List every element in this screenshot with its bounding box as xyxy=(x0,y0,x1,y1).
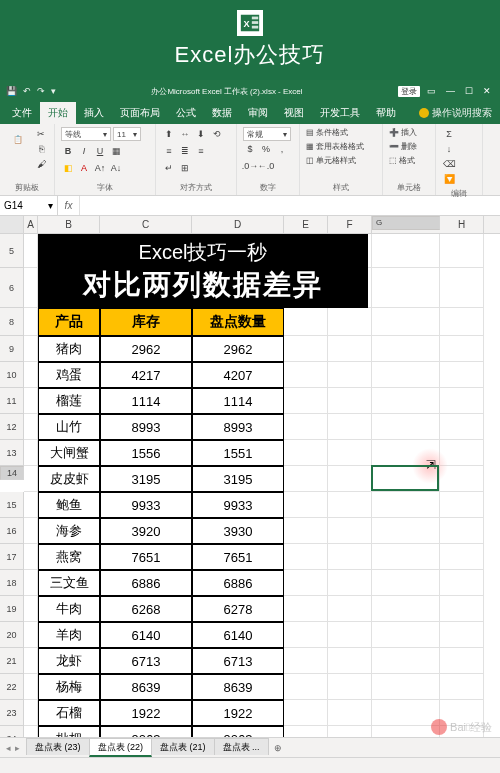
cell[interactable] xyxy=(24,622,38,648)
cell[interactable] xyxy=(328,466,372,492)
cell[interactable]: 7651 xyxy=(192,544,284,570)
tab-formulas[interactable]: 公式 xyxy=(168,102,204,124)
cell[interactable]: 杨梅 xyxy=(38,674,100,700)
cell[interactable] xyxy=(328,336,372,362)
copy-icon[interactable]: ⎘ xyxy=(34,142,48,156)
col-G[interactable]: G xyxy=(372,216,440,230)
font-color-icon[interactable]: A xyxy=(77,161,91,175)
autosum-icon[interactable]: Σ xyxy=(442,127,456,141)
cell[interactable]: 库存 xyxy=(100,308,192,336)
cell[interactable]: 4207 xyxy=(192,362,284,388)
row-header-5[interactable]: 5 xyxy=(0,234,24,268)
cell[interactable] xyxy=(372,492,440,518)
cell[interactable] xyxy=(328,518,372,544)
row-header-17[interactable]: 17 xyxy=(0,544,24,570)
cell[interactable] xyxy=(372,440,440,466)
format-painter-icon[interactable]: 🖌 xyxy=(34,157,48,171)
cell[interactable] xyxy=(328,388,372,414)
cell[interactable] xyxy=(372,648,440,674)
cell[interactable] xyxy=(328,674,372,700)
cell[interactable] xyxy=(24,648,38,674)
cell[interactable]: 3195 xyxy=(192,466,284,492)
add-sheet-button[interactable]: ⊕ xyxy=(268,740,288,756)
cell[interactable]: 3930 xyxy=(192,518,284,544)
delete-cells-button[interactable]: ➖删除 xyxy=(389,141,417,152)
cell[interactable] xyxy=(372,336,440,362)
bold-icon[interactable]: B xyxy=(61,144,75,158)
cell[interactable] xyxy=(372,466,440,492)
font-size-select[interactable]: 11▾ xyxy=(113,127,141,141)
cell[interactable]: 盘点数量 xyxy=(192,308,284,336)
tab-file[interactable]: 文件 xyxy=(4,102,40,124)
row-header-21[interactable]: 21 xyxy=(0,648,24,674)
col-E[interactable]: E xyxy=(284,216,328,233)
row-header-16[interactable]: 16 xyxy=(0,518,24,544)
cell[interactable]: 鲍鱼 xyxy=(38,492,100,518)
row-header-20[interactable]: 20 xyxy=(0,622,24,648)
cell[interactable] xyxy=(328,544,372,570)
wrap-text-icon[interactable]: ↵ xyxy=(162,161,176,175)
name-box[interactable]: G14▾ xyxy=(0,196,58,215)
tab-data[interactable]: 数据 xyxy=(204,102,240,124)
decrease-font-icon[interactable]: A↓ xyxy=(109,161,123,175)
row-header-8[interactable]: 8 xyxy=(0,308,24,336)
select-all-corner[interactable] xyxy=(0,216,24,233)
cell[interactable] xyxy=(328,596,372,622)
cell[interactable] xyxy=(24,570,38,596)
cell[interactable]: 3195 xyxy=(100,466,192,492)
cell[interactable] xyxy=(440,674,484,700)
row-header-14[interactable]: 14 xyxy=(0,466,24,480)
cell[interactable] xyxy=(440,466,484,492)
cell[interactable] xyxy=(284,414,328,440)
cell[interactable] xyxy=(24,414,38,440)
login-button[interactable]: 登录 xyxy=(398,86,420,97)
format-cells-button[interactable]: ⬚格式 xyxy=(389,155,415,166)
row-header-23[interactable]: 23 xyxy=(0,700,24,726)
cell[interactable] xyxy=(328,362,372,388)
align-center-icon[interactable]: ≣ xyxy=(178,144,192,158)
ribbon-options-icon[interactable]: ▭ xyxy=(424,86,439,96)
sheet-tab[interactable]: 盘点表 (22) xyxy=(89,738,153,757)
cell[interactable] xyxy=(372,622,440,648)
cell[interactable]: 1114 xyxy=(100,388,192,414)
cell[interactable] xyxy=(24,492,38,518)
cell[interactable]: 6140 xyxy=(192,622,284,648)
cell[interactable]: 猪肉 xyxy=(38,336,100,362)
cell[interactable] xyxy=(284,466,328,492)
percent-icon[interactable]: % xyxy=(259,142,273,156)
cell[interactable]: 牛肉 xyxy=(38,596,100,622)
cell[interactable] xyxy=(328,622,372,648)
cell[interactable] xyxy=(24,518,38,544)
row-header-11[interactable]: 11 xyxy=(0,388,24,414)
cell[interactable] xyxy=(284,308,328,336)
col-F[interactable]: F xyxy=(328,216,372,233)
cell[interactable] xyxy=(24,440,38,466)
cell[interactable] xyxy=(24,336,38,362)
row-header-12[interactable]: 12 xyxy=(0,414,24,440)
cell[interactable] xyxy=(372,308,440,336)
cell[interactable] xyxy=(24,388,38,414)
cell[interactable] xyxy=(284,700,328,726)
fill-icon[interactable]: ↓ xyxy=(442,142,456,156)
cell[interactable]: 6713 xyxy=(100,648,192,674)
tab-home[interactable]: 开始 xyxy=(40,102,76,124)
cell[interactable]: 榴莲 xyxy=(38,388,100,414)
cell[interactable] xyxy=(440,570,484,596)
cell[interactable]: 鸡蛋 xyxy=(38,362,100,388)
cell[interactable] xyxy=(284,544,328,570)
underline-icon[interactable]: U xyxy=(93,144,107,158)
cell[interactable] xyxy=(372,234,440,268)
cell[interactable]: 1922 xyxy=(192,700,284,726)
cell[interactable]: 3920 xyxy=(100,518,192,544)
cell[interactable] xyxy=(284,388,328,414)
sheet-tab[interactable]: 盘点表 ... xyxy=(214,738,269,755)
cell[interactable] xyxy=(372,596,440,622)
spreadsheet-grid[interactable]: A B C D E F G H Excel技巧一秒 对比两列数据差异 568产品… xyxy=(0,216,500,754)
cell[interactable] xyxy=(328,700,372,726)
cell[interactable] xyxy=(440,362,484,388)
cell[interactable] xyxy=(372,268,440,308)
cell[interactable] xyxy=(440,414,484,440)
col-B[interactable]: B xyxy=(38,216,100,233)
cut-icon[interactable]: ✂ xyxy=(34,127,48,141)
cell[interactable] xyxy=(284,440,328,466)
